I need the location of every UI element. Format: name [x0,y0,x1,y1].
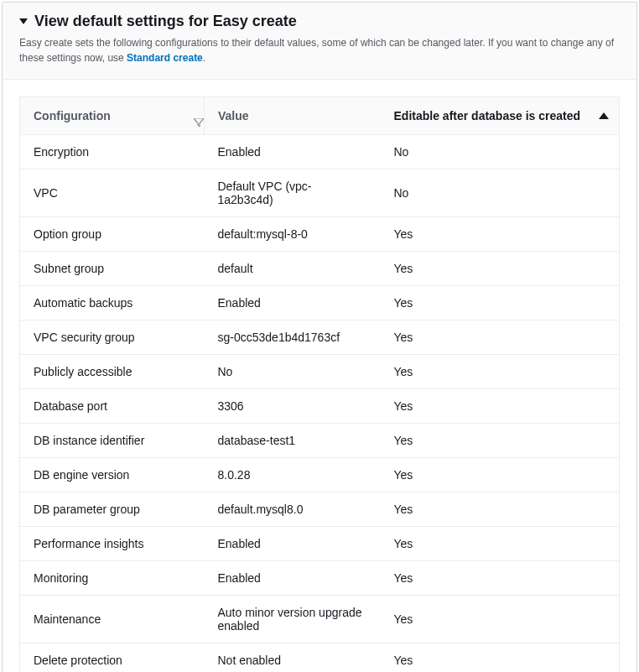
cell-value: Enabled [205,135,381,169]
cell-editable: Yes [381,252,620,286]
table-row: MaintenanceAuto minor version upgrade en… [20,596,620,643]
cell-config: Database port [20,389,205,424]
table-row: Performance insightsEnabledYes [20,527,620,561]
table-row: Option groupdefault:mysql-8-0Yes [20,217,620,252]
table-row: MonitoringEnabledYes [20,561,620,596]
cell-editable: Yes [381,492,620,527]
table-row: VPCDefault VPC (vpc-1a2b3c4d)No [20,169,620,217]
cell-value: Enabled [205,527,381,561]
cell-editable: Yes [381,320,620,355]
sort-asc-icon [599,112,609,119]
cell-config: VPC [20,169,205,217]
cell-value: sg-0cc53de1b4d1763cf [205,320,381,355]
column-header-editable[interactable]: Editable after database is created [381,97,620,135]
expand-toggle[interactable]: View default settings for Easy create [19,13,620,30]
caret-down-icon [19,18,28,24]
cell-config: Subnet group [20,252,205,286]
cell-config: Publicly accessible [20,355,205,389]
cell-value: Not enabled [205,643,381,673]
table-row: DB engine version8.0.28Yes [20,458,620,492]
table-body: EncryptionEnabledNoVPCDefault VPC (vpc-1… [20,135,620,673]
table-row: Database port3306Yes [20,389,620,424]
cell-value: Enabled [205,561,381,596]
standard-create-link[interactable]: Standard create [127,52,203,64]
desc-prefix: Easy create sets the following configura… [19,37,614,64]
cell-value: default.mysql8.0 [205,492,381,527]
settings-table: Configuration Value Editable after datab… [19,96,620,672]
settings-panel: View default settings for Easy create Ea… [2,2,637,672]
cell-value: Enabled [205,286,381,320]
cell-editable: Yes [381,527,620,561]
cell-value: 8.0.28 [205,458,381,492]
table-row: Publicly accessibleNoYes [20,355,620,389]
cell-config: Automatic backups [20,286,205,320]
cell-value: default:mysql-8-0 [205,217,381,252]
cell-config: VPC security group [20,320,205,355]
cell-editable: Yes [381,217,620,252]
panel-header: View default settings for Easy create Ea… [3,3,636,80]
cell-editable: No [381,135,620,169]
cell-config: DB instance identifier [20,424,205,458]
table-row: Automatic backupsEnabledYes [20,286,620,320]
cell-editable: Yes [381,596,620,643]
table-row: DB instance identifierdatabase-test1Yes [20,424,620,458]
table-wrapper: Configuration Value Editable after datab… [3,80,636,672]
cell-editable: Yes [381,424,620,458]
cell-editable: Yes [381,643,620,673]
table-row: DB parameter groupdefault.mysql8.0Yes [20,492,620,527]
cell-config: Encryption [20,135,205,169]
table-row: VPC security groupsg-0cc53de1b4d1763cfYe… [20,320,620,355]
table-row: EncryptionEnabledNo [20,135,620,169]
cell-value: 3306 [205,389,381,424]
cell-config: Delete protection [20,643,205,673]
cell-value: Auto minor version upgrade enabled [205,596,381,643]
cell-config: Option group [20,217,205,252]
cell-value: default [205,252,381,286]
cell-editable: Yes [381,561,620,596]
table-row: Delete protectionNot enabledYes [20,643,620,673]
cell-editable: Yes [381,286,620,320]
panel-description: Easy create sets the following configura… [19,35,620,65]
cell-config: Monitoring [20,561,205,596]
cell-editable: Yes [381,355,620,389]
cell-config: Performance insights [20,527,205,561]
cell-config: DB engine version [20,458,205,492]
cell-editable: Yes [381,458,620,492]
panel-title: View default settings for Easy create [34,13,297,30]
cell-config: Maintenance [20,596,205,643]
cell-value: database-test1 [205,424,381,458]
cell-value: No [205,355,381,389]
cell-editable: No [381,169,620,217]
cell-editable: Yes [381,389,620,424]
table-row: Subnet groupdefaultYes [20,252,620,286]
desc-suffix: . [203,52,205,64]
column-header-value[interactable]: Value [205,97,381,135]
cell-value: Default VPC (vpc-1a2b3c4d) [205,169,381,217]
column-header-configuration[interactable]: Configuration [20,97,205,135]
cell-config: DB parameter group [20,492,205,527]
